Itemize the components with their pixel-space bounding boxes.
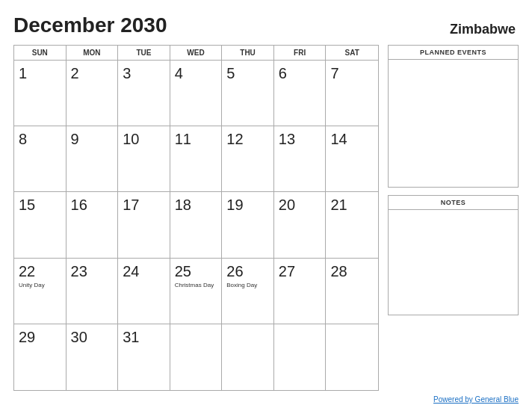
day-headers: SUN MON TUE WED THU FRI SAT xyxy=(14,46,378,61)
table-row: 16 xyxy=(66,192,119,258)
table-row: 19 xyxy=(222,192,274,258)
table-row: 13 xyxy=(274,126,327,192)
table-row: 23 xyxy=(66,259,119,324)
day-header-tue: TUE xyxy=(118,46,170,60)
calendar-section: SUN MON TUE WED THU FRI SAT 1 2 3 4 5 6 … xyxy=(13,45,379,391)
table-row: 11 xyxy=(170,126,223,192)
planned-events-title: PLANNED EVENTS xyxy=(389,46,518,60)
table-row: 8 xyxy=(14,126,66,192)
notes-body xyxy=(389,210,518,315)
table-row: 30 xyxy=(66,324,119,390)
table-row: 7 xyxy=(326,61,378,126)
table-row xyxy=(170,324,223,390)
table-row: 28 xyxy=(326,259,378,324)
table-row: 26 Boxing Day xyxy=(222,259,274,324)
table-row xyxy=(326,324,378,390)
table-row: 3 xyxy=(118,61,170,126)
main-content: SUN MON TUE WED THU FRI SAT 1 2 3 4 5 6 … xyxy=(13,45,519,391)
table-row: 24 xyxy=(118,259,170,324)
table-row: 15 xyxy=(14,192,66,258)
table-row: 14 xyxy=(326,126,378,192)
powered-by-link[interactable]: Powered by General Blue xyxy=(433,395,519,404)
table-row: 6 xyxy=(274,61,327,126)
table-row: 25 Christmas Day xyxy=(170,259,223,324)
header-row: December 2030 Zimbabwe xyxy=(13,13,519,37)
page: December 2030 Zimbabwe SUN MON TUE WED T… xyxy=(0,0,532,411)
table-row xyxy=(274,324,327,390)
sidebar: PLANNED EVENTS NOTES xyxy=(388,45,519,391)
table-row: 27 xyxy=(274,259,327,324)
country-title: Zimbabwe xyxy=(450,22,516,37)
table-row: 20 xyxy=(274,192,327,258)
planned-events-body xyxy=(389,60,518,187)
table-row: 10 xyxy=(118,126,170,192)
table-row: 4 xyxy=(170,61,223,126)
day-header-sat: SAT xyxy=(326,46,378,60)
table-row: 17 xyxy=(118,192,170,258)
table-row: 22 Unity Day xyxy=(14,259,66,324)
table-row: 2 xyxy=(66,61,119,126)
day-header-sun: SUN xyxy=(14,46,66,60)
table-row: 18 xyxy=(170,192,223,258)
day-header-thu: THU xyxy=(222,46,274,60)
table-row: 29 xyxy=(14,324,66,390)
day-header-mon: MON xyxy=(66,46,119,60)
table-row: 1 xyxy=(14,61,66,126)
footer: Powered by General Blue xyxy=(13,395,519,404)
table-row: 5 xyxy=(222,61,274,126)
day-header-fri: FRI xyxy=(274,46,327,60)
notes-title: NOTES xyxy=(389,196,518,210)
notes-box: NOTES xyxy=(388,195,519,315)
table-row: 9 xyxy=(66,126,119,192)
day-header-wed: WED xyxy=(170,46,223,60)
planned-events-box: PLANNED EVENTS xyxy=(388,45,519,188)
month-title: December 2030 xyxy=(13,13,167,37)
calendar-grid: 1 2 3 4 5 6 7 8 9 10 11 12 13 14 15 16 1… xyxy=(14,61,378,390)
table-row: 12 xyxy=(222,126,274,192)
table-row: 21 xyxy=(326,192,378,258)
table-row: 31 xyxy=(118,324,170,390)
table-row xyxy=(222,324,274,390)
